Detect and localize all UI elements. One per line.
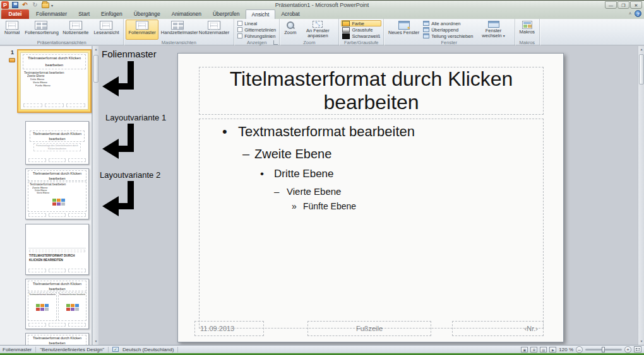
slideshow-view-icon[interactable]: ▶	[549, 347, 556, 352]
normal-view-icon[interactable]: ▣	[521, 347, 528, 352]
checkbox-icon	[237, 27, 242, 32]
slide-number-placeholder[interactable]: ‹Nr.›	[452, 321, 544, 336]
button-label: Handzettelmaster	[161, 30, 194, 35]
date-placeholder[interactable]: 11.09.2013	[194, 321, 264, 336]
zoom-in-button[interactable]: +	[624, 346, 631, 353]
grayscale-button[interactable]: Graustufe	[341, 26, 381, 33]
tab-animationen[interactable]: Animationen	[166, 9, 207, 19]
color-button[interactable]: Farbe	[341, 20, 381, 26]
annotation-arrow	[100, 122, 138, 161]
thumbnail-layout-2[interactable]: Titelmasterformat durch Klicken bearbeit…	[25, 168, 89, 219]
button-label: Makros	[520, 30, 535, 35]
checkbox-icon	[237, 21, 242, 26]
dialog-launcher-icon[interactable]	[273, 40, 278, 45]
reading-view-button[interactable]: Leseansicht	[91, 20, 121, 40]
handout-master-button[interactable]: Handzettelmaster	[158, 20, 196, 40]
ruler-checkbox[interactable]: Lineal	[236, 20, 277, 26]
close-button[interactable]: ✕	[630, 1, 642, 9]
switch-window-icon	[488, 21, 499, 28]
move-split-button[interactable]: Teilung verschieben	[422, 33, 474, 39]
switch-window-button[interactable]: Fenster wechseln ▾	[475, 20, 513, 40]
minimize-button[interactable]: —	[605, 1, 617, 9]
title-placeholder[interactable]: Titelmasterformat durch Klicken bearbeit…	[199, 67, 544, 115]
thumb-spacer	[28, 224, 86, 248]
thumb-footer-placeholders	[28, 323, 86, 327]
chevron-down-icon: ▾	[503, 34, 505, 38]
group-makros: Makros Makros	[515, 19, 540, 45]
normal-view-button[interactable]: Normal	[2, 20, 22, 40]
black-white-button[interactable]: Schwarzweiß	[341, 33, 381, 39]
black-white-swatch-icon	[342, 33, 350, 39]
ribbon-collapse-icon[interactable]: ˄	[629, 11, 631, 16]
spelling-icon[interactable]: ✓	[112, 347, 119, 352]
notes-master-icon	[208, 21, 220, 30]
group-label: Fenster	[384, 40, 515, 45]
notes-page-icon	[69, 21, 82, 30]
button-label: Zoom	[284, 30, 296, 35]
tab-einfuegen[interactable]: Einfügen	[95, 9, 128, 19]
bullet-level-4: –Vierte Ebene	[200, 186, 543, 197]
button-label: Notizenseite	[63, 30, 88, 35]
notes-master-button[interactable]: Notizenmaster	[196, 20, 232, 40]
thumbnail-layout-4[interactable]: Titelmasterformat durch Klicken bearbeit…	[25, 279, 89, 329]
group-zoom: Zoom An Fenster anpassen Zoom	[280, 19, 339, 45]
tab-acrobat[interactable]: Acrobat	[275, 9, 305, 19]
guides-checkbox[interactable]: Führungslinien	[236, 33, 277, 39]
slide-master-button[interactable]: Folienmaster	[126, 20, 158, 40]
body-placeholder[interactable]: •Textmasterformat bearbeiten –Zweite Ebe…	[199, 119, 544, 329]
tab-ansicht[interactable]: Ansicht	[246, 9, 276, 19]
button-label: Teilung verschieben	[431, 33, 473, 39]
macros-button[interactable]: Makros	[517, 20, 538, 40]
bullet-level-5: »Fünfte Ebene	[200, 201, 543, 211]
annotation-folienmaster: Folienmaster	[102, 49, 157, 59]
zoom-slider[interactable]	[585, 349, 622, 351]
zoom-out-button[interactable]: –	[576, 346, 583, 353]
scroll-down-icon[interactable]: ▼	[93, 338, 99, 345]
thumb-title: Titelmasterformat durch Klicken bearbeit…	[30, 131, 85, 142]
status-language[interactable]: Deutsch (Deutschland)	[122, 347, 174, 352]
group-anzeigen: Lineal Gitternetzlinien Führungslinien A…	[234, 19, 280, 45]
status-view-mode: Folienmaster	[3, 347, 32, 352]
footer-placeholder[interactable]: Fußzeile	[307, 321, 431, 336]
main-scrollbar[interactable]: ▲ ▼	[638, 46, 644, 345]
thumbnail-layout-3[interactable]: TITELMASTERFORMAT DURCH KLICKEN BEARBEIT…	[25, 224, 89, 275]
scrollbar-thumb[interactable]	[93, 55, 98, 83]
color-swatch-icon	[342, 21, 350, 26]
thumbnail-layout-1[interactable]: Titelmasterformat durch Klicken bearbeit…	[25, 121, 89, 165]
tab-folienmaster[interactable]: Folienmaster	[30, 9, 73, 19]
maximize-button[interactable]: ❐	[617, 1, 629, 9]
fit-slide-to-window-button[interactable]	[634, 346, 641, 352]
grayscale-swatch-icon	[342, 27, 350, 33]
new-window-button[interactable]: ✦ Neues Fenster	[386, 20, 422, 40]
thumbnail-panel-scrollbar[interactable]: ▲ ▼	[92, 46, 98, 345]
scroll-up-icon[interactable]: ▲	[638, 46, 644, 53]
thumb-subtitle: Formatvorlage des Untertitelmasters durc…	[33, 143, 81, 151]
tab-ueberpruefen[interactable]: Überprüfen	[207, 9, 246, 19]
reading-view-icon[interactable]: ▤	[540, 347, 547, 352]
scrollbar-thumb[interactable]	[639, 54, 644, 84]
annotation-arrow	[100, 60, 138, 99]
zoom-icon	[286, 21, 295, 30]
fit-to-window-button[interactable]: An Fenster anpassen	[299, 20, 337, 40]
thumb-bullet: Fünfte Ebene	[35, 84, 88, 87]
cascade-button[interactable]: Überlappend	[422, 26, 474, 33]
zoom-slider-thumb[interactable]	[602, 347, 605, 352]
tab-start[interactable]: Start	[73, 9, 95, 19]
scroll-down-icon[interactable]: ▼	[638, 338, 644, 345]
scroll-up-icon[interactable]: ▲	[93, 46, 99, 53]
notes-page-button[interactable]: Notizenseite	[60, 20, 91, 40]
zoom-button[interactable]: Zoom	[282, 20, 299, 40]
status-bar: Folienmaster "Benutzerdefiniertes Design…	[0, 345, 644, 353]
thumbnail-slide-master[interactable]: Titelmasterformat durch Klicken bearbeit…	[17, 49, 92, 113]
arrange-all-button[interactable]: Alle anordnen	[422, 20, 474, 26]
tab-file[interactable]: Datei	[1, 9, 29, 19]
slide-sorter-button[interactable]: Foliensortierung	[22, 20, 60, 40]
help-button[interactable]: ?	[635, 10, 641, 17]
tab-uebergaenge[interactable]: Übergänge	[128, 9, 166, 19]
gridlines-checkbox[interactable]: Gitternetzlinien	[236, 26, 277, 33]
handout-master-icon	[171, 21, 184, 30]
slide-sorter-view-icon[interactable]: ⊞	[530, 347, 537, 352]
zoom-level[interactable]: 120 %	[559, 347, 573, 352]
annotation-layoutvariante-2: Layoutvariante 2	[100, 170, 160, 180]
group-masteransichten: Folienmaster Handzettelmaster Notizenmas…	[124, 19, 234, 45]
